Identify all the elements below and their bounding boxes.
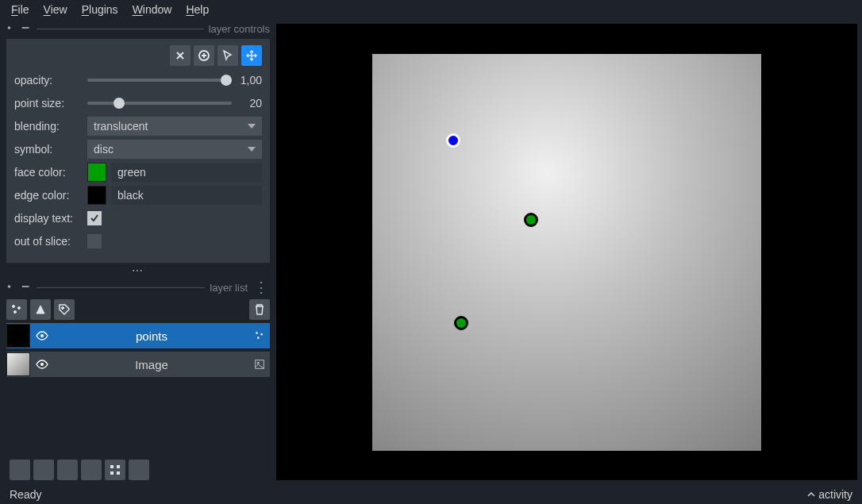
layer-item[interactable]: Image — [6, 352, 270, 377]
menu-plugins[interactable]: Plugins — [82, 3, 118, 16]
chevron-down-icon — [248, 124, 256, 129]
visibility-toggle[interactable] — [30, 329, 54, 342]
menu-window[interactable]: Window — [133, 3, 172, 16]
pan-tool-button[interactable] — [241, 45, 262, 66]
image-canvas — [372, 54, 761, 451]
new-points-layer-button[interactable] — [6, 299, 27, 320]
layer-controls-panel: opacity: 1,00 point size: 20 blending: t… — [6, 39, 270, 263]
facecolor-label: face color: — [14, 166, 87, 179]
menu-view[interactable]: View — [44, 3, 67, 16]
new-labels-layer-button[interactable] — [54, 299, 75, 320]
layer-controls-label: layer controls — [209, 23, 270, 35]
layer-thumbnail — [6, 324, 30, 348]
select-tool-button[interactable] — [217, 45, 238, 66]
svg-point-6 — [18, 307, 21, 310]
status-text: Ready — [10, 488, 41, 501]
opacity-slider[interactable] — [87, 79, 232, 82]
svg-rect-1 — [22, 27, 29, 29]
svg-rect-20 — [117, 471, 120, 475]
svg-rect-17 — [110, 465, 114, 468]
edgecolor-swatch[interactable] — [87, 186, 106, 205]
expand-icon[interactable] — [6, 281, 17, 294]
layer-name: Image — [54, 358, 249, 371]
collapse-icon[interactable] — [21, 281, 32, 294]
displaytext-label: display text: — [14, 212, 87, 225]
activity-toggle[interactable]: activity — [807, 488, 852, 501]
edgecolor-label: edge color: — [14, 189, 87, 202]
svg-point-12 — [257, 337, 260, 339]
expand-icon[interactable] — [6, 22, 17, 36]
svg-rect-16 — [40, 466, 48, 474]
svg-point-7 — [14, 311, 17, 314]
delete-point-button[interactable] — [170, 45, 190, 66]
svg-point-5 — [13, 306, 15, 308]
blending-dropdown[interactable]: translucent — [87, 117, 262, 136]
edgecolor-input[interactable]: black — [111, 186, 262, 205]
layer-type-icon — [249, 359, 270, 370]
point-marker[interactable] — [454, 316, 468, 330]
svg-point-11 — [260, 333, 263, 336]
outofslice-label: out of slice: — [14, 235, 87, 248]
transpose-button[interactable] — [81, 460, 102, 480]
opacity-label: opacity: — [14, 74, 87, 87]
chevron-down-icon — [248, 147, 256, 152]
blending-value: translucent — [94, 120, 148, 133]
pointsize-value: 20 — [232, 97, 262, 110]
home-button[interactable] — [129, 460, 149, 480]
symbol-label: symbol: — [14, 143, 87, 156]
svg-point-0 — [8, 26, 11, 29]
add-point-button[interactable] — [194, 45, 214, 66]
outofslice-checkbox[interactable] — [87, 234, 102, 248]
svg-point-15 — [257, 362, 260, 364]
viewer-buttons — [6, 456, 270, 485]
roll-dims-button[interactable] — [57, 460, 78, 480]
pointsize-slider[interactable] — [87, 102, 232, 105]
menu-file[interactable]: File — [11, 3, 29, 16]
svg-rect-18 — [117, 465, 120, 468]
svg-point-8 — [62, 307, 64, 310]
layer-list-label: layer list — [210, 282, 248, 294]
displaytext-checkbox[interactable] — [87, 211, 102, 225]
point-marker[interactable] — [446, 133, 460, 148]
panel-resize-handle[interactable]: ⋯ — [6, 264, 270, 277]
symbol-value: disc — [94, 143, 114, 156]
layer-type-icon — [249, 330, 270, 341]
svg-point-3 — [8, 285, 11, 288]
facecolor-swatch[interactable] — [87, 163, 106, 182]
collapse-icon[interactable] — [21, 22, 32, 36]
facecolor-input[interactable]: green — [111, 163, 262, 182]
layer-item[interactable]: points — [6, 323, 270, 348]
delete-layer-button[interactable] — [249, 299, 270, 320]
more-icon[interactable]: ⋮ — [252, 279, 270, 296]
symbol-dropdown[interactable]: disc — [87, 140, 262, 159]
chevron-up-icon — [807, 491, 815, 498]
new-shapes-layer-button[interactable] — [30, 299, 51, 320]
svg-rect-4 — [22, 286, 29, 287]
blending-label: blending: — [14, 120, 87, 133]
svg-point-13 — [40, 363, 44, 366]
console-button[interactable] — [10, 460, 30, 480]
point-marker[interactable] — [524, 213, 538, 227]
ndisplay-button[interactable] — [33, 460, 54, 480]
layer-list-header: layer list ⋮ — [6, 279, 270, 296]
grid-button[interactable] — [105, 460, 125, 480]
statusbar: Ready activity — [0, 485, 862, 504]
menu-help[interactable]: Help — [186, 3, 209, 16]
menubar: File View Plugins Window Help — [0, 0, 862, 19]
sidebar: layer controls opacity: 1,00 point size: — [0, 19, 276, 485]
layer-items: pointsImage — [6, 320, 270, 377]
layer-controls-header: layer controls — [6, 22, 270, 36]
layer-name: points — [54, 329, 249, 343]
svg-point-10 — [256, 332, 258, 334]
canvas-viewport[interactable] — [276, 24, 857, 480]
svg-rect-19 — [110, 471, 114, 475]
pointsize-label: point size: — [14, 97, 87, 110]
visibility-toggle[interactable] — [30, 358, 54, 371]
opacity-value: 1,00 — [232, 74, 262, 87]
svg-point-9 — [40, 334, 44, 337]
layer-thumbnail — [6, 352, 30, 376]
